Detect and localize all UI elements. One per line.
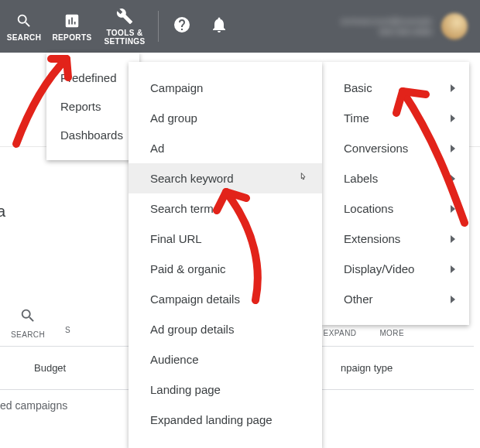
menu3-item-basic[interactable]: Basic [322, 73, 469, 103]
avatar[interactable] [441, 13, 468, 39]
workspace: a SEARCH S EXPAND [0, 53, 480, 448]
bg-th-budget[interactable]: Budget [0, 362, 124, 374]
account-info[interactable]: someaccount@example 000-000-0000 [341, 15, 432, 37]
menu3-item-label: Labels [344, 172, 378, 185]
bg-truncated-text: a [0, 203, 51, 221]
menu2-item-search-terms[interactable]: Search terms [129, 193, 322, 224]
help-button[interactable] [171, 15, 193, 37]
menu3-item-other[interactable]: Other [322, 284, 469, 314]
menu3-item-display-video[interactable]: Display/Video [322, 254, 469, 284]
chevron-right-icon [451, 145, 455, 152]
menu3-item-time[interactable]: Time [322, 103, 469, 133]
menu1-item-dashboards[interactable]: Dashboards [46, 121, 139, 149]
menu1-item-predefined[interactable]: Predefined [46, 63, 139, 92]
menu2-item-ad-group-details[interactable]: Ad group details [129, 314, 322, 344]
topbar-search-label: SEARCH [7, 33, 42, 42]
reports-dropdown: Predefined Reports Dashboards [46, 53, 139, 160]
menu2-item-ad[interactable]: Ad [129, 133, 322, 163]
topbar-tools-label: TOOLS & SETTINGS [98, 29, 152, 46]
account-id: 000-000-0000 [341, 26, 432, 37]
menu2-item-campaign[interactable]: Campaign [129, 73, 322, 103]
menu3-item-label: Time [344, 111, 369, 125]
menu2-item-search-keyword[interactable]: Search keyword [129, 163, 322, 193]
menu3-item-label: Basic [344, 81, 372, 94]
bg-toolbar-cut-item: S [65, 326, 70, 334]
menu2-item-campaign-details[interactable]: Campaign details [129, 284, 322, 314]
wrench-icon [115, 7, 134, 26]
topbar-left-group: SEARCH REPORTS TOOLS & SETTINGS [0, 0, 153, 53]
menu3-item-locations[interactable]: Locations [322, 193, 469, 224]
bg-toolbar-expand-label: EXPAND [324, 329, 357, 337]
chevron-right-icon [451, 296, 455, 303]
menu2-item-audience[interactable]: Audience [129, 344, 322, 374]
bg-toolbar-cut-label: S [65, 326, 70, 334]
menu3-item-label: Other [344, 292, 373, 306]
toolbar-divider [158, 11, 159, 42]
chevron-right-icon [451, 115, 455, 122]
top-toolbar: SEARCH REPORTS TOOLS & SETTINGS someacco… [0, 0, 480, 53]
menu3-item-label: Conversions [344, 142, 408, 155]
menu1-item-reports[interactable]: Reports [46, 92, 139, 121]
bar-chart-icon [63, 12, 81, 30]
menu3-item-conversions[interactable]: Conversions [322, 133, 469, 163]
topbar-reports-label: REPORTS [52, 33, 91, 42]
search-icon [15, 12, 33, 30]
chevron-right-icon [451, 205, 455, 213]
menu2-item-expanded-landing-page[interactable]: Expanded landing page [129, 405, 322, 435]
topbar-tools-button[interactable]: TOOLS & SETTINGS [96, 0, 153, 53]
account-email: someaccount@example [341, 15, 432, 26]
menu2-item-paid-organic[interactable]: Paid & organic [129, 254, 322, 284]
chevron-right-icon [451, 265, 455, 273]
topbar-search-button[interactable]: SEARCH [0, 0, 48, 53]
menu3-item-label: Display/Video [344, 262, 414, 275]
menu3-item-labels[interactable]: Labels [322, 163, 469, 193]
chevron-right-icon [451, 235, 455, 243]
bg-toolbar-search-label: SEARCH [11, 330, 45, 339]
basic-reports-submenu: Campaign Ad group Ad Search keyword Sear… [129, 62, 322, 448]
menu3-item-extensions[interactable]: Extensions [322, 224, 469, 254]
menu3-item-label: Extensions [344, 232, 400, 245]
menu2-item-landing-page[interactable]: Landing page [129, 374, 322, 405]
search-icon [19, 307, 36, 326]
menu2-item-ad-group[interactable]: Ad group [129, 103, 322, 133]
bell-icon [210, 15, 228, 37]
bg-toolbar-more-label: MORE [379, 329, 404, 337]
chevron-right-icon [451, 175, 455, 183]
predefined-categories-menu: Basic Time Conversions Labels Locations … [322, 62, 469, 325]
bg-search-button[interactable]: SEARCH [11, 307, 45, 339]
menu2-item-final-url[interactable]: Final URL [129, 224, 322, 254]
menu3-item-label: Locations [344, 202, 393, 215]
help-icon [173, 15, 191, 37]
topbar-reports-button[interactable]: REPORTS [48, 0, 96, 53]
notifications-button[interactable] [208, 15, 230, 37]
chevron-right-icon [451, 84, 455, 92]
